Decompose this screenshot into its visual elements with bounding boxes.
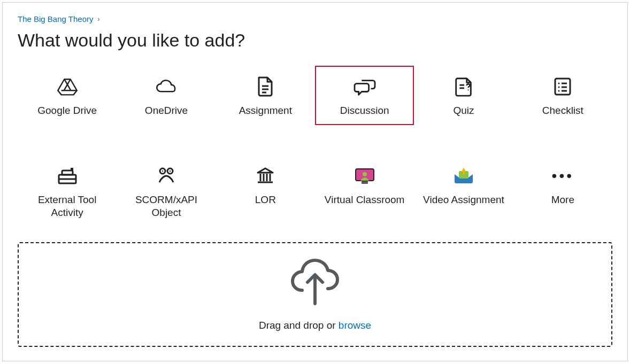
option-external-tool[interactable]: External Tool Activity <box>18 155 117 227</box>
virtual-classroom-icon <box>353 164 377 188</box>
scorm-icon <box>156 164 176 188</box>
option-onedrive[interactable]: OneDrive <box>117 66 216 125</box>
option-video-assignment[interactable]: Video Assignment <box>414 155 513 227</box>
svg-marker-0 <box>58 79 77 95</box>
svg-point-13 <box>558 87 560 88</box>
svg-rect-20 <box>71 168 73 171</box>
svg-point-23 <box>162 170 163 171</box>
option-label: LOR <box>255 193 276 207</box>
option-virtual-classroom[interactable]: Virtual Classroom <box>315 155 414 227</box>
upload-cloud-icon <box>288 258 342 310</box>
option-label: Assignment <box>239 104 292 118</box>
svg-marker-25 <box>258 168 273 173</box>
option-checklist[interactable]: Checklist <box>513 66 612 125</box>
chevron-right-icon: › <box>97 16 99 23</box>
svg-point-32 <box>363 172 367 176</box>
option-label: OneDrive <box>145 104 188 118</box>
option-label: Checklist <box>542 104 583 118</box>
discussion-icon <box>352 74 377 99</box>
browse-link[interactable]: browse <box>339 320 371 331</box>
file-dropzone[interactable]: Drag and drop or browse <box>18 242 612 347</box>
add-content-panel: The Big Bang Theory › What would you lik… <box>2 2 628 361</box>
option-label: SCORM/xAPI Object <box>121 193 211 220</box>
toolbox-icon <box>57 164 78 188</box>
svg-point-24 <box>170 170 171 171</box>
option-label: External Tool Activity <box>22 193 112 220</box>
document-icon <box>256 74 274 99</box>
breadcrumb-course-link[interactable]: The Big Bang Theory <box>18 14 93 24</box>
svg-point-15 <box>558 90 560 92</box>
content-type-grid: Google Drive OneDrive Assignment <box>18 66 612 227</box>
option-label: Discussion <box>340 104 389 118</box>
option-google-drive[interactable]: Google Drive <box>18 66 117 125</box>
option-lor[interactable]: LOR <box>216 155 315 227</box>
option-scorm-xapi[interactable]: SCORM/xAPI Object <box>117 155 216 227</box>
svg-rect-33 <box>362 181 368 184</box>
svg-point-9 <box>468 89 469 90</box>
cloud-icon <box>155 74 178 99</box>
google-drive-icon <box>57 74 78 99</box>
option-label: Virtual Classroom <box>325 193 405 207</box>
option-discussion[interactable]: Discussion <box>315 66 414 125</box>
option-label: Video Assignment <box>423 193 504 207</box>
option-quiz[interactable]: Quiz <box>414 66 513 125</box>
page-title: What would you like to add? <box>18 30 612 51</box>
svg-point-11 <box>558 83 560 84</box>
option-more[interactable]: ••• More <box>513 155 612 227</box>
library-icon <box>256 164 275 188</box>
dropzone-text: Drag and drop or browse <box>259 320 371 331</box>
more-dots-icon: ••• <box>552 164 574 188</box>
option-label: More <box>551 193 574 207</box>
checklist-icon <box>553 74 572 99</box>
breadcrumb: The Big Bang Theory › <box>18 14 612 24</box>
option-label: Google Drive <box>37 104 97 118</box>
quiz-icon <box>454 74 474 99</box>
video-assignment-icon <box>452 164 475 188</box>
svg-rect-19 <box>62 171 73 175</box>
dropzone-text-prefix: Drag and drop or <box>259 320 339 331</box>
option-assignment[interactable]: Assignment <box>216 66 315 125</box>
option-label: Quiz <box>453 104 474 118</box>
